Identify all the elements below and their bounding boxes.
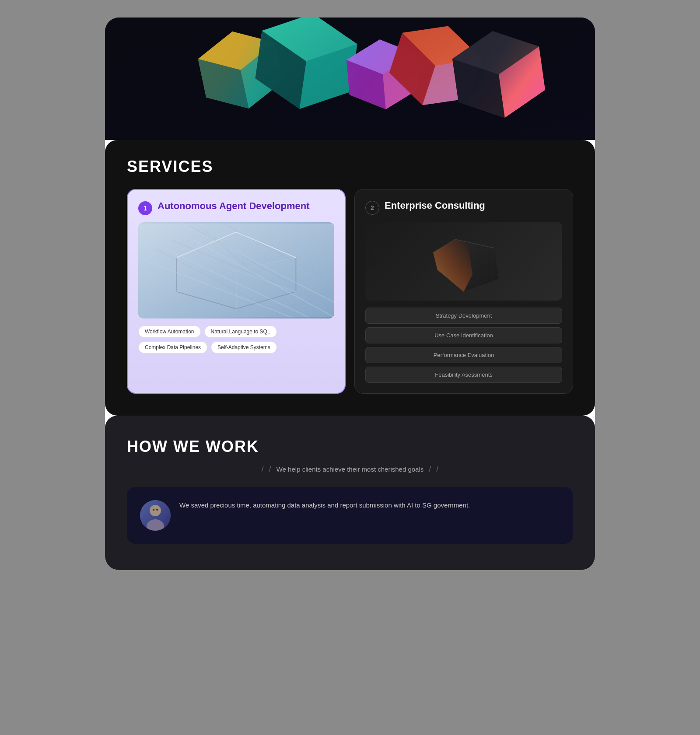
crystal-cube-svg — [138, 222, 334, 318]
card2-header: 2 Enterprise Consulting — [365, 200, 562, 215]
hero-svg — [105, 18, 595, 140]
tag-workflow: Workflow Automation — [138, 326, 201, 338]
page-container: SERVICES 1 Autonomous Agent Development — [105, 18, 595, 570]
how-title: HOW WE WORK — [127, 438, 573, 456]
testimonial-card: We saved precious time, automating data … — [127, 487, 573, 544]
card1-title: Autonomous Agent Development — [158, 200, 310, 212]
card1-image — [138, 222, 334, 318]
card2-list: Strategy Development Use Case Identifica… — [365, 308, 562, 383]
svg-marker-41 — [433, 239, 472, 292]
how-section: HOW WE WORK / / We help clients achieve … — [105, 416, 595, 570]
slash-right-1: / — [429, 465, 431, 474]
card1-number: 1 — [138, 201, 152, 215]
service-card-2[interactable]: 2 Enterprise Consulting — [354, 189, 573, 394]
svg-point-47 — [153, 509, 154, 511]
dark-object-svg — [420, 226, 508, 296]
list-item-3: Feasibility Asessments — [365, 367, 562, 383]
slash-right-2: / — [436, 465, 438, 474]
how-subtitle-container: / / We help clients achieve their most c… — [127, 465, 573, 474]
services-section: SERVICES 1 Autonomous Agent Development — [105, 140, 595, 416]
services-grid: 1 Autonomous Agent Development — [127, 189, 573, 394]
card2-number: 2 — [365, 201, 379, 215]
list-item-1: Use Case Identification — [365, 327, 562, 343]
card2-title: Enterprise Consulting — [385, 200, 485, 211]
services-title: SERVICES — [127, 158, 573, 176]
tag-data-pipelines: Complex Data Pipelines — [138, 341, 207, 354]
card1-tags: Workflow Automation Natural Language to … — [138, 326, 334, 354]
list-item-0: Strategy Development — [365, 308, 562, 324]
avatar-svg — [140, 500, 171, 531]
how-subtitle-text: We help clients achieve their most cheri… — [276, 466, 424, 473]
card1-header: 1 Autonomous Agent Development — [138, 200, 334, 215]
tag-self-adaptive: Self-Adaptive Systems — [211, 341, 277, 354]
testimonial-text: We saved precious time, automating data … — [179, 500, 470, 511]
slash-left-2: / — [269, 465, 271, 474]
list-item-2: Performance Evaluation — [365, 347, 562, 363]
card2-image — [365, 222, 562, 301]
hero-section — [105, 18, 595, 140]
svg-point-48 — [156, 509, 158, 511]
testimonial-avatar — [140, 500, 171, 531]
service-card-1[interactable]: 1 Autonomous Agent Development — [127, 189, 346, 394]
tag-nl-sql: Natural Language to SQL — [204, 326, 277, 338]
slash-left-1: / — [262, 465, 264, 474]
svg-point-45 — [150, 505, 161, 516]
